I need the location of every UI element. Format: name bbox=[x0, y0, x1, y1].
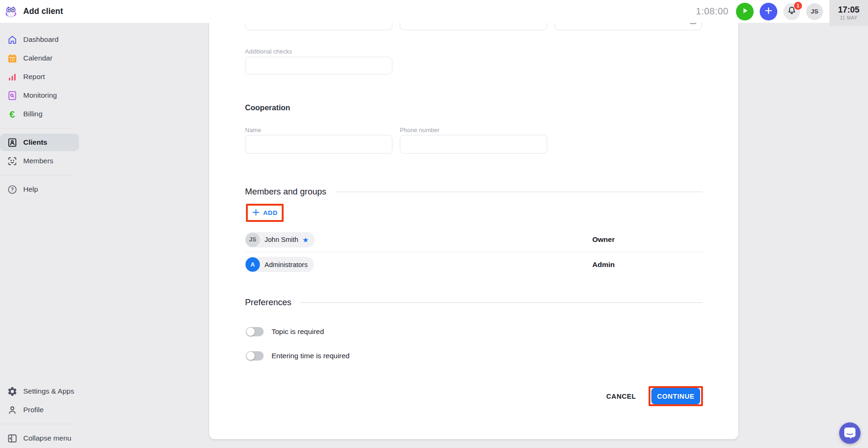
sidebar-item-label: Settings & Apps bbox=[23, 387, 74, 395]
contact-card-icon bbox=[7, 137, 18, 148]
add-new-button[interactable] bbox=[760, 3, 777, 20]
add-button-annotation-box: ADD bbox=[246, 204, 284, 222]
cooperation-name-label: Name bbox=[245, 127, 261, 134]
sidebar-bottom-group: Settings & Apps Profile bbox=[0, 382, 80, 448]
sidebar-item-label: Report bbox=[23, 73, 45, 81]
chat-bubble-icon bbox=[839, 422, 861, 445]
form-actions: CANCEL CONTINUE bbox=[606, 386, 703, 406]
tracked-time: 1:08:00 bbox=[696, 6, 729, 17]
person-icon bbox=[7, 404, 18, 415]
gear-icon bbox=[7, 386, 18, 397]
notification-badge: 1 bbox=[794, 2, 802, 10]
cutoff-field-2[interactable] bbox=[400, 23, 547, 30]
sidebar-item-billing[interactable]: € Billing bbox=[0, 105, 79, 123]
member-name: John Smith bbox=[265, 236, 298, 243]
clock-panel: 17:05 11 MAY bbox=[829, 0, 868, 26]
heading-rule bbox=[301, 302, 702, 303]
top-header: Add client 1:08:00 1 bbox=[0, 0, 868, 23]
topic-required-toggle[interactable] bbox=[246, 327, 264, 336]
toggle-knob bbox=[246, 328, 255, 336]
sidebar: Dashboard Calendar bbox=[0, 23, 80, 448]
cooperation-phone-input[interactable] bbox=[400, 135, 547, 154]
additional-checks-label: Additional checks bbox=[245, 48, 292, 55]
bar-chart-icon bbox=[7, 71, 18, 82]
play-timer-button[interactable] bbox=[736, 3, 754, 20]
add-member-button[interactable]: ADD bbox=[248, 206, 282, 220]
members-heading: Members and groups bbox=[245, 187, 326, 197]
collapse-panel-icon bbox=[7, 433, 18, 444]
cooperation-heading: Cooperation bbox=[245, 103, 290, 112]
sidebar-divider bbox=[0, 175, 73, 175]
toggle-label: Entering time is required bbox=[272, 352, 350, 360]
sidebar-item-calendar[interactable]: Calendar bbox=[0, 49, 79, 67]
clock-time: 17:05 bbox=[838, 6, 859, 15]
member-role: Owner bbox=[592, 235, 615, 244]
sidebar-item-label: Profile bbox=[23, 406, 44, 414]
user-avatar[interactable]: JS bbox=[806, 3, 823, 20]
sidebar-item-label: Members bbox=[23, 157, 53, 165]
preference-row: Entering time is required bbox=[246, 350, 350, 361]
sidebar-item-label: Monitoring bbox=[23, 91, 57, 100]
toggle-knob bbox=[246, 352, 255, 360]
additional-checks-input[interactable] bbox=[245, 57, 392, 74]
plus-icon bbox=[252, 208, 260, 218]
sidebar-item-collapse-menu[interactable]: Collapse menu bbox=[0, 429, 79, 447]
preferences-heading: Preferences bbox=[245, 297, 292, 308]
svg-text:?: ? bbox=[11, 187, 13, 192]
member-chip[interactable]: A Administrators bbox=[245, 257, 314, 272]
sidebar-item-dashboard[interactable]: Dashboard bbox=[0, 31, 79, 48]
toggle-label: Topic is required bbox=[272, 328, 324, 336]
face-id-icon bbox=[7, 155, 18, 167]
member-row: JS John Smith ★ Owner bbox=[245, 227, 702, 252]
member-chip[interactable]: JS John Smith ★ bbox=[245, 232, 315, 247]
app-logo-owl-icon bbox=[5, 5, 17, 18]
avatar: JS bbox=[245, 233, 260, 247]
sidebar-divider bbox=[0, 128, 73, 128]
calendar-small-icon[interactable] bbox=[689, 23, 697, 27]
cutoff-date-field[interactable] bbox=[555, 23, 702, 30]
sidebar-item-profile[interactable]: Profile bbox=[0, 401, 79, 419]
sidebar-item-label: Calendar bbox=[23, 54, 53, 62]
continue-button-annotation-box: CONTINUE bbox=[649, 386, 703, 406]
member-role: Admin bbox=[592, 261, 615, 269]
member-name: Administrators bbox=[265, 261, 308, 268]
document-search-icon bbox=[7, 90, 18, 101]
star-icon: ★ bbox=[303, 236, 309, 243]
sidebar-item-label: Billing bbox=[23, 110, 42, 118]
page-title: Add client bbox=[23, 0, 63, 23]
sidebar-item-clients[interactable]: Clients bbox=[0, 134, 79, 151]
preference-row: Topic is required bbox=[246, 326, 324, 337]
sidebar-item-monitoring[interactable]: Monitoring bbox=[0, 87, 79, 104]
sidebar-item-help[interactable]: ? Help bbox=[0, 181, 79, 198]
sidebar-item-label: Help bbox=[23, 185, 38, 194]
sidebar-item-label: Dashboard bbox=[23, 35, 59, 44]
cutoff-field-1[interactable] bbox=[245, 23, 392, 30]
member-row: A Administrators Admin bbox=[245, 252, 702, 277]
question-circle-icon: ? bbox=[7, 184, 18, 195]
preferences-heading-row: Preferences bbox=[245, 297, 702, 308]
notifications-button[interactable]: 1 bbox=[783, 3, 800, 20]
sidebar-item-label: Collapse menu bbox=[23, 434, 71, 442]
sidebar-item-report[interactable]: Report bbox=[0, 68, 79, 86]
cooperation-name-input[interactable] bbox=[245, 135, 392, 154]
sidebar-item-label: Clients bbox=[23, 138, 47, 147]
top-cutoff-fields bbox=[245, 23, 702, 30]
avatar: A bbox=[245, 257, 260, 272]
chat-support-button[interactable] bbox=[839, 422, 861, 444]
sidebar-item-settings[interactable]: Settings & Apps bbox=[0, 382, 79, 400]
add-client-form-card: Additional checks Cooperation Name Phone… bbox=[209, 23, 738, 439]
sidebar-item-members[interactable]: Members bbox=[0, 152, 79, 170]
play-icon bbox=[740, 6, 750, 17]
cooperation-phone-label: Phone number bbox=[400, 127, 439, 134]
sidebar-divider bbox=[0, 424, 73, 424]
entering-time-required-toggle[interactable] bbox=[246, 351, 264, 361]
plus-icon bbox=[763, 6, 774, 17]
calendar-icon bbox=[7, 53, 18, 64]
heading-rule bbox=[336, 192, 702, 192]
euro-icon: € bbox=[7, 108, 18, 120]
members-heading-row: Members and groups bbox=[245, 187, 702, 197]
add-button-label: ADD bbox=[263, 209, 278, 216]
home-icon bbox=[7, 34, 18, 45]
cancel-button[interactable]: CANCEL bbox=[606, 393, 636, 400]
continue-button[interactable]: CONTINUE bbox=[651, 388, 700, 404]
